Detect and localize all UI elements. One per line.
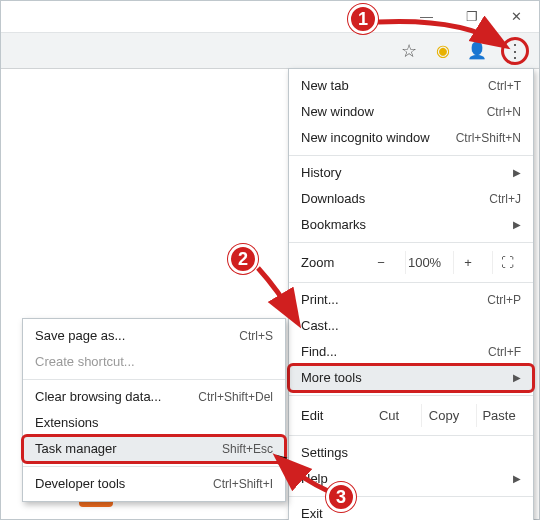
menu-exit[interactable]: Exit — [289, 501, 533, 520]
menu-zoom-row: Zoom − 100% + ⛶ — [289, 247, 533, 278]
edit-label: Edit — [301, 408, 357, 423]
menu-help[interactable]: Help ▶ — [289, 466, 533, 492]
submenu-create-shortcut[interactable]: Create shortcut... — [23, 349, 285, 375]
menu-new-window[interactable]: New window Ctrl+N — [289, 99, 533, 125]
menu-separator — [23, 466, 285, 467]
menu-new-tab[interactable]: New tab Ctrl+T — [289, 73, 533, 99]
menu-separator — [23, 379, 285, 380]
zoom-in-button[interactable]: + — [453, 251, 482, 274]
annotation-badge-3: 3 — [326, 482, 356, 512]
profile-icon[interactable]: 👤 — [467, 41, 487, 61]
submenu-extensions[interactable]: Extensions — [23, 410, 285, 436]
submenu-save-page[interactable]: Save page as... Ctrl+S — [23, 323, 285, 349]
zoom-out-button[interactable]: − — [367, 251, 395, 274]
submenu-arrow-icon: ▶ — [513, 471, 521, 487]
menu-cast[interactable]: Cast... — [289, 313, 533, 339]
menu-more-tools[interactable]: More tools ▶ — [289, 365, 533, 391]
menu-separator — [289, 242, 533, 243]
star-icon[interactable]: ☆ — [399, 41, 419, 61]
menu-separator — [289, 155, 533, 156]
menu-separator — [289, 435, 533, 436]
window-minimize-button[interactable]: — — [404, 1, 449, 33]
submenu-clear-browsing-data[interactable]: Clear browsing data... Ctrl+Shift+Del — [23, 384, 285, 410]
chrome-main-menu: New tab Ctrl+T New window Ctrl+N New inc… — [288, 68, 534, 520]
submenu-arrow-icon: ▶ — [513, 370, 521, 386]
chrome-menu-button[interactable]: ⋮ — [501, 37, 529, 65]
menu-downloads[interactable]: Downloads Ctrl+J — [289, 186, 533, 212]
annotation-badge-2: 2 — [228, 244, 258, 274]
submenu-developer-tools[interactable]: Developer tools Ctrl+Shift+I — [23, 471, 285, 497]
menu-edit-row: Edit Cut Copy Paste — [289, 400, 533, 431]
menu-bookmarks[interactable]: Bookmarks ▶ — [289, 212, 533, 238]
zoom-value: 100% — [405, 251, 443, 274]
more-tools-submenu: Save page as... Ctrl+S Create shortcut..… — [22, 318, 286, 502]
edit-cut-button[interactable]: Cut — [367, 404, 411, 427]
window-close-button[interactable]: ✕ — [494, 1, 539, 33]
window-maximize-button[interactable]: ❐ — [449, 1, 494, 33]
menu-print[interactable]: Print... Ctrl+P — [289, 287, 533, 313]
zoom-label: Zoom — [301, 255, 357, 270]
edit-paste-button[interactable]: Paste — [476, 404, 521, 427]
fullscreen-icon[interactable]: ⛶ — [492, 251, 521, 274]
submenu-arrow-icon: ▶ — [513, 165, 521, 181]
edit-copy-button[interactable]: Copy — [421, 404, 466, 427]
menu-find[interactable]: Find... Ctrl+F — [289, 339, 533, 365]
menu-history[interactable]: History ▶ — [289, 160, 533, 186]
menu-separator — [289, 395, 533, 396]
submenu-task-manager[interactable]: Task manager Shift+Esc — [23, 436, 285, 462]
menu-separator — [289, 282, 533, 283]
browser-toolbar: ☆ ◉ 👤 ⋮ — [1, 33, 539, 69]
submenu-arrow-icon: ▶ — [513, 217, 521, 233]
annotation-badge-1: 1 — [348, 4, 378, 34]
menu-settings[interactable]: Settings — [289, 440, 533, 466]
extension-icon[interactable]: ◉ — [433, 41, 453, 61]
menu-new-incognito[interactable]: New incognito window Ctrl+Shift+N — [289, 125, 533, 151]
window-titlebar: — ❐ ✕ — [1, 1, 539, 33]
